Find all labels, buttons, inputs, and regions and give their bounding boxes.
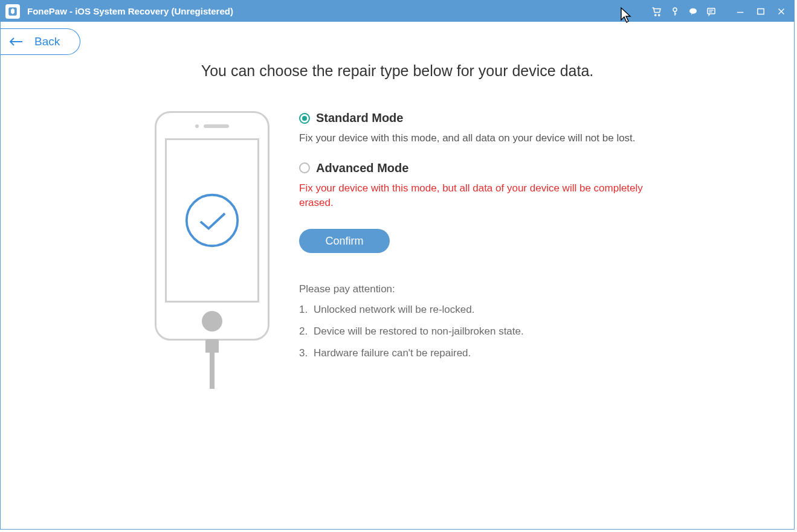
back-button[interactable]: Back xyxy=(1,28,80,55)
list-item: 1.Unlocked network will be re-locked. xyxy=(299,304,674,316)
page-content: You can choose the repair type below for… xyxy=(1,61,794,369)
chat-icon[interactable] xyxy=(685,4,701,19)
list-item: 3.Hardware failure can't be repaired. xyxy=(299,347,674,359)
option-advanced-desc: Fix your device with this mode, but all … xyxy=(299,181,674,210)
key-icon[interactable] xyxy=(667,4,683,19)
option-advanced-title: Advanced Mode xyxy=(316,161,408,175)
option-standard-desc: Fix your device with this mode, and all … xyxy=(299,131,674,146)
app-title: FonePaw - iOS System Recovery (Unregiste… xyxy=(27,6,233,16)
option-standard-radio[interactable]: Standard Mode xyxy=(299,111,674,125)
feedback-icon[interactable] xyxy=(703,4,719,19)
attention-item-text: Hardware failure can't be repaired. xyxy=(314,347,471,359)
radio-icon xyxy=(299,162,310,173)
maximize-icon[interactable] xyxy=(753,4,769,19)
option-advanced-radio[interactable]: Advanced Mode xyxy=(299,161,674,175)
attention-item-text: Unlocked network will be re-locked. xyxy=(314,304,474,316)
cart-icon[interactable] xyxy=(649,4,665,19)
attention-title: Please pay attention: xyxy=(299,283,674,295)
svg-point-2 xyxy=(659,14,660,15)
option-advanced: Advanced Mode Fix your device with this … xyxy=(299,161,674,210)
svg-point-5 xyxy=(691,10,692,11)
close-icon[interactable] xyxy=(773,4,789,19)
device-illustration xyxy=(152,111,273,353)
svg-point-1 xyxy=(655,14,656,15)
option-standard-title: Standard Mode xyxy=(316,111,403,125)
checkmark-icon xyxy=(183,191,241,249)
option-standard: Standard Mode Fix your device with this … xyxy=(299,111,674,146)
back-arrow-icon xyxy=(9,36,24,47)
svg-rect-10 xyxy=(758,8,764,14)
svg-point-14 xyxy=(187,195,237,246)
app-window: FonePaw - iOS System Recovery (Unregiste… xyxy=(0,0,795,530)
title-bar: FonePaw - iOS System Recovery (Unregiste… xyxy=(1,1,794,22)
attention-item-text: Device will be restored to non-jailbroke… xyxy=(314,325,524,338)
list-item: 2.Device will be restored to non-jailbro… xyxy=(299,325,674,338)
svg-rect-8 xyxy=(708,8,715,13)
cable-icon xyxy=(205,339,219,353)
svg-point-6 xyxy=(692,10,694,11)
back-label: Back xyxy=(34,35,60,48)
home-button-icon xyxy=(202,311,222,332)
confirm-button[interactable]: Confirm xyxy=(299,229,390,253)
radio-icon xyxy=(299,113,310,124)
attention-list: 1.Unlocked network will be re-locked. 2.… xyxy=(299,304,674,359)
minimize-icon[interactable] xyxy=(732,4,748,19)
svg-point-7 xyxy=(694,10,695,11)
phone-icon xyxy=(155,111,269,341)
svg-point-3 xyxy=(673,8,677,11)
page-heading: You can choose the repair type below for… xyxy=(1,62,794,80)
app-logo-icon xyxy=(5,4,20,19)
